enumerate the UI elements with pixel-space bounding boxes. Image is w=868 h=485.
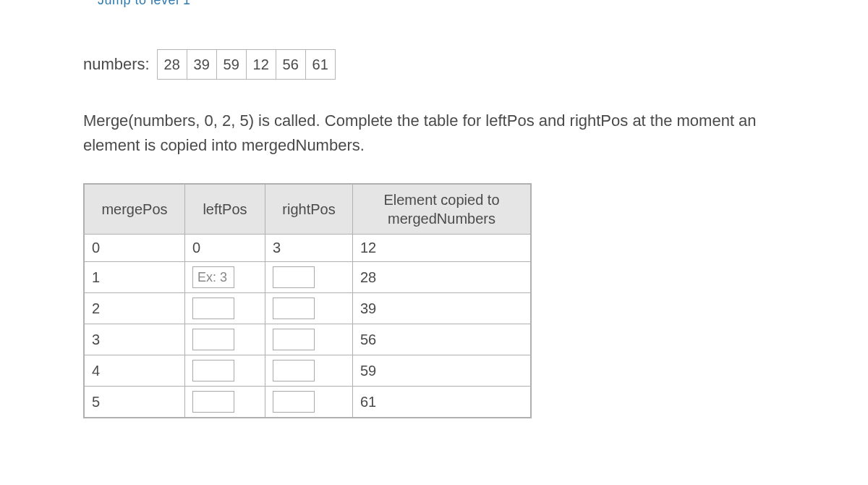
leftpos-input[interactable] <box>192 298 234 319</box>
array-cells: 28 39 59 12 56 61 <box>157 49 336 80</box>
cell-rightpos <box>265 355 353 387</box>
cell-leftpos <box>185 324 265 355</box>
table-row: 239 <box>84 293 531 324</box>
table-row: 128 <box>84 262 531 293</box>
cell-leftpos: 0 <box>185 235 265 262</box>
th-rightpos: rightPos <box>265 184 353 235</box>
table-row: 356 <box>84 324 531 355</box>
table-row: 459 <box>84 355 531 387</box>
array-cell: 59 <box>217 50 247 79</box>
cell-element: 59 <box>353 355 532 387</box>
cell-leftpos <box>185 293 265 324</box>
array-label: numbers: <box>83 55 150 74</box>
th-leftpos: leftPos <box>185 184 265 235</box>
cell-mergepos: 5 <box>84 387 185 418</box>
array-cell: 56 <box>276 50 306 79</box>
cell-leftpos <box>185 355 265 387</box>
cell-element: 28 <box>353 262 532 293</box>
cell-leftpos <box>185 262 265 293</box>
cell-mergepos: 0 <box>84 235 185 262</box>
cell-rightpos <box>265 293 353 324</box>
numbers-array: numbers: 28 39 59 12 56 61 <box>83 49 785 80</box>
exercise-table: mergePos leftPos rightPos Element copied… <box>83 183 532 418</box>
array-cell: 28 <box>158 50 187 79</box>
rightpos-input[interactable] <box>273 360 315 381</box>
cell-element: 56 <box>353 324 532 355</box>
cell-mergepos: 2 <box>84 293 185 324</box>
cell-rightpos <box>265 387 353 418</box>
table-row: 561 <box>84 387 531 418</box>
cell-rightpos <box>265 324 353 355</box>
th-element: Element copied to mergedNumbers <box>353 184 532 235</box>
leftpos-input[interactable] <box>192 329 234 350</box>
rightpos-input[interactable] <box>273 329 315 350</box>
rightpos-input[interactable] <box>273 298 315 319</box>
leftpos-input[interactable] <box>192 360 234 381</box>
array-cell: 39 <box>187 50 217 79</box>
cell-rightpos <box>265 262 353 293</box>
cell-element: 61 <box>353 387 532 418</box>
cell-rightpos: 3 <box>265 235 353 262</box>
leftpos-input[interactable] <box>192 391 234 413</box>
array-cell: 61 <box>306 50 335 79</box>
th-mergepos: mergePos <box>84 184 185 235</box>
cell-element: 39 <box>353 293 532 324</box>
leftpos-input[interactable] <box>192 266 234 288</box>
rightpos-input[interactable] <box>273 391 315 413</box>
cell-mergepos: 3 <box>84 324 185 355</box>
table-row: 00312 <box>84 235 531 262</box>
cell-mergepos: 1 <box>84 262 185 293</box>
cell-element: 12 <box>353 235 532 262</box>
cell-mergepos: 4 <box>84 355 185 387</box>
jump-link[interactable]: Jump to level 1 <box>98 0 191 7</box>
instruction-text: Merge(numbers, 0, 2, 5) is called. Compl… <box>83 109 785 158</box>
cell-leftpos <box>185 387 265 418</box>
array-cell: 12 <box>247 50 276 79</box>
rightpos-input[interactable] <box>273 266 315 288</box>
